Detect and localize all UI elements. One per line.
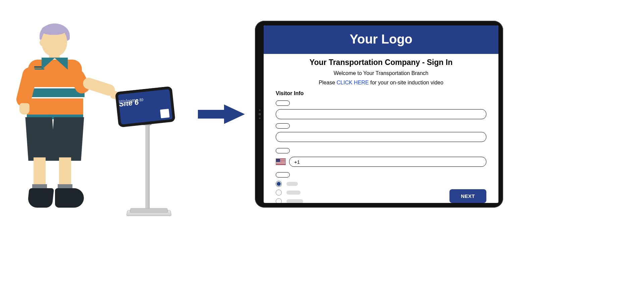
radio-option-2[interactable] bbox=[276, 190, 282, 196]
kiosk-line2: Site 6 bbox=[118, 98, 139, 109]
signin-screen: Your Logo Your Transportation Company - … bbox=[264, 25, 498, 203]
tablet-mockup: Your Logo Your Transportation Company - … bbox=[255, 21, 503, 208]
induction-prefix: Please bbox=[319, 80, 336, 85]
worker-illustration bbox=[9, 17, 103, 214]
svg-marker-0 bbox=[198, 104, 245, 124]
next-button[interactable]: NEXT bbox=[449, 189, 486, 203]
phone-input[interactable] bbox=[289, 157, 486, 167]
tablet-camera-icon bbox=[259, 110, 261, 119]
kiosk-screen: Welcome to Site 6 bbox=[118, 89, 173, 125]
phone-label-placeholder bbox=[276, 148, 290, 153]
field-1-input[interactable] bbox=[276, 109, 486, 119]
app-header: Your Logo bbox=[264, 25, 498, 54]
diagram: Welcome to Site 6 Your Logo bbox=[0, 0, 515, 229]
field-2-input[interactable] bbox=[276, 132, 486, 142]
radio-option-3-label bbox=[286, 199, 303, 203]
section-label-visitor-info: Visitor Info bbox=[276, 90, 486, 96]
page-title: Your Transportation Company - Sign In bbox=[276, 58, 486, 67]
page-subtitle: Welcome to Your Transportation Branch bbox=[276, 70, 486, 76]
radio-group-label-placeholder bbox=[276, 172, 290, 177]
radio-option-3[interactable] bbox=[276, 198, 282, 203]
qr-code-icon bbox=[160, 109, 170, 119]
us-flag-icon[interactable] bbox=[276, 158, 286, 165]
induction-line: Please CLICK HERE for your on-site induc… bbox=[276, 80, 486, 86]
field-1-label-placeholder bbox=[276, 100, 290, 106]
kiosk-tablet: Welcome to Site 6 bbox=[115, 86, 175, 127]
radio-option-1[interactable] bbox=[276, 181, 282, 187]
induction-link[interactable]: CLICK HERE bbox=[337, 80, 369, 85]
field-2-label-placeholder bbox=[276, 123, 290, 129]
induction-suffix: for your on-site induction video bbox=[369, 80, 443, 85]
radio-option-1-label bbox=[286, 182, 298, 186]
kiosk-illustration: Welcome to Site 6 bbox=[117, 86, 180, 216]
radio-option-2-label bbox=[286, 191, 301, 195]
arrow-right-icon bbox=[198, 102, 245, 126]
